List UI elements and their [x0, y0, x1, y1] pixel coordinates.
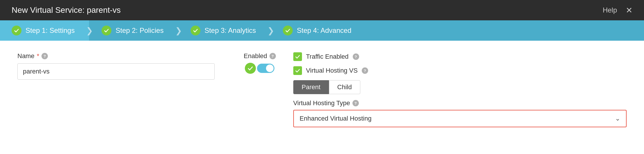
step-4-label: Step 4: Advanced — [297, 26, 351, 35]
enabled-help-icon[interactable]: ? — [269, 53, 276, 59]
required-star: * — [37, 52, 39, 60]
virtual-hosting-vs-label: Virtual Hosting VS — [306, 67, 358, 74]
page-title: New Virtual Service: parent-vs — [12, 6, 121, 15]
virtual-hosting-vs-row: Virtual Hosting VS ? — [293, 66, 627, 75]
name-help-icon[interactable]: ? — [41, 53, 48, 59]
enabled-text: Enabled — [244, 52, 267, 60]
virtual-hosting-vs-help-icon[interactable]: ? — [362, 67, 368, 74]
toggle-check-icon — [245, 63, 256, 74]
step-4[interactable]: Step 4: Advanced — [271, 20, 366, 41]
child-button[interactable]: Child — [329, 80, 360, 94]
name-input[interactable] — [17, 63, 215, 80]
stepper-bar: Step 1: Settings ❯ Step 2: Policies ❯ St… — [0, 20, 644, 41]
step-4-icon — [283, 26, 293, 35]
toggle-knob — [266, 65, 274, 72]
traffic-enabled-row: Traffic Enabled ? — [293, 52, 627, 61]
enabled-label: Enabled ? — [244, 52, 276, 60]
step-2[interactable]: Step 2: Policies — [90, 20, 178, 41]
virtual-hosting-type-label: Virtual Hosting Type ? — [293, 99, 627, 107]
right-section: Traffic Enabled ? Virtual Hosting VS ? P… — [293, 52, 627, 142]
virtual-hosting-vs-checkbox[interactable] — [293, 66, 302, 75]
chevron-down-icon: ⌄ — [615, 115, 620, 122]
toggle-container — [245, 63, 274, 74]
virtual-hosting-type-dropdown[interactable]: Enhanced Virtual Hosting ⌄ — [293, 110, 627, 127]
step-arrow-3: ❯ — [267, 26, 274, 35]
help-button[interactable]: Help — [603, 6, 617, 14]
name-label: Name — [17, 52, 35, 60]
step-1[interactable]: Step 1: Settings — [0, 20, 89, 41]
left-section: Name * ? — [17, 52, 215, 142]
enabled-section: Enabled ? — [244, 52, 276, 142]
step-3-label: Step 3: Analytics — [205, 26, 256, 35]
enabled-toggle[interactable] — [257, 64, 274, 73]
step-3[interactable]: Step 3: Analytics — [179, 20, 270, 41]
main-content: Name * ? Enabled ? Traffic Enabled — [0, 41, 644, 154]
title-bar-actions: Help ✕ — [603, 6, 632, 15]
step-arrow-1: ❯ — [86, 26, 93, 35]
step-arrow-2: ❯ — [175, 26, 182, 35]
close-button[interactable]: ✕ — [626, 6, 632, 15]
parent-child-row: Parent Child — [293, 80, 627, 94]
title-bar: New Virtual Service: parent-vs Help ✕ — [0, 0, 644, 20]
vht-selected-value: Enhanced Virtual Hosting — [300, 115, 372, 122]
traffic-enabled-help-icon[interactable]: ? — [353, 53, 359, 60]
step-2-label: Step 2: Policies — [115, 26, 163, 35]
traffic-enabled-label: Traffic Enabled — [306, 53, 349, 60]
name-field-label: Name * ? — [17, 52, 215, 60]
vht-label-text: Virtual Hosting Type — [293, 99, 350, 107]
step-3-icon — [191, 26, 200, 35]
parent-button[interactable]: Parent — [293, 80, 329, 94]
step-1-icon — [12, 26, 21, 35]
traffic-enabled-checkbox[interactable] — [293, 52, 302, 61]
virtual-hosting-type-section: Virtual Hosting Type ? Enhanced Virtual … — [293, 99, 627, 127]
step-1-label: Step 1: Settings — [26, 26, 75, 35]
vht-help-icon[interactable]: ? — [352, 100, 359, 106]
step-2-icon — [102, 26, 111, 35]
